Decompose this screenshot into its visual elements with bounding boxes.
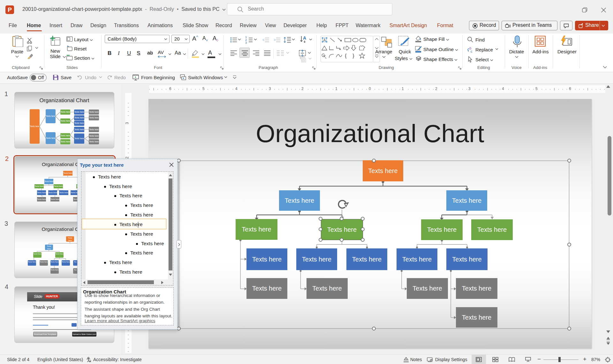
svg-text:A: A: [303, 35, 306, 41]
svg-text:A: A: [323, 38, 326, 42]
svg-text:c: c: [471, 49, 473, 53]
